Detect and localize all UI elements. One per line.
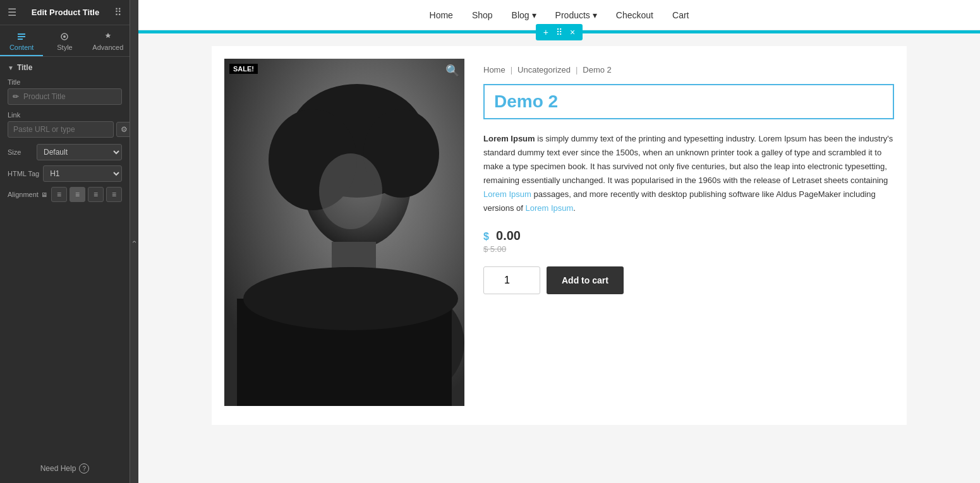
- breadcrumb-current: Demo 2: [583, 65, 612, 75]
- product-image-area: SALE! 🔍: [224, 59, 464, 412]
- align-right-button[interactable]: ≡: [88, 187, 104, 202]
- title-field-group: Title ✏: [8, 78, 122, 105]
- breadcrumb-sep-2: |: [576, 65, 578, 75]
- tab-content[interactable]: Content: [0, 25, 43, 56]
- product-image: [224, 59, 464, 406]
- html-tag-field-row: HTML Tag H1: [8, 165, 122, 182]
- add-to-cart-row: Add to cart: [483, 266, 894, 294]
- blog-dropdown-icon: ▾: [532, 10, 536, 20]
- sidebar-header: ☰ Edit Product Title ⠿: [0, 0, 130, 25]
- sidebar-title: Edit Product Title: [32, 8, 99, 17]
- price-value: 0.00: [496, 229, 521, 242]
- nav-blog[interactable]: Blog ▾: [512, 10, 536, 20]
- product-title: Demo 2: [494, 92, 883, 112]
- zoom-icon[interactable]: 🔍: [445, 64, 459, 78]
- add-to-cart-button[interactable]: Add to cart: [547, 266, 624, 294]
- size-label: Size: [8, 148, 33, 156]
- collapse-toggle[interactable]: ‹: [130, 0, 138, 483]
- size-field-row: Size Default: [8, 144, 122, 160]
- align-center-button[interactable]: ≡: [70, 187, 85, 202]
- product-details: Home | Uncategorized | Demo 2 Demo 2 Lor…: [483, 59, 894, 412]
- sale-badge: SALE!: [229, 64, 258, 74]
- breadcrumb-home[interactable]: Home: [483, 65, 505, 75]
- hamburger-icon[interactable]: ☰: [8, 6, 16, 18]
- product-image-svg: [224, 59, 464, 406]
- price-area: $ 0.00 $ 5.00: [483, 229, 894, 254]
- nav-home[interactable]: Home: [430, 10, 453, 20]
- link-field-group: Link ⚙ ✕: [8, 111, 122, 138]
- main-content: Home Shop Blog ▾ Products ▾ Checkout Car…: [138, 0, 980, 483]
- product-title-box: Demo 2: [483, 84, 894, 119]
- breadcrumb-sep-1: |: [511, 65, 512, 75]
- toolbar-add-button[interactable]: +: [541, 26, 551, 39]
- toolbar-controls: + ⠿ ×: [536, 24, 583, 40]
- svg-rect-2: [18, 39, 23, 40]
- cyan-toolbar: + ⠿ ×: [138, 30, 980, 33]
- align-left-button[interactable]: ≡: [51, 187, 67, 202]
- price-currency: $: [483, 231, 489, 242]
- breadcrumb: Home | Uncategorized | Demo 2: [483, 65, 894, 75]
- sidebar-tabs: Content Style Advanced: [0, 25, 130, 57]
- breadcrumb-category[interactable]: Uncategorized: [517, 65, 571, 75]
- help-icon[interactable]: ?: [79, 463, 89, 474]
- section-title-label: ▼ Title: [8, 63, 122, 72]
- size-select[interactable]: Default: [37, 144, 122, 160]
- nav-products[interactable]: Products ▾: [555, 10, 597, 20]
- nav-checkout[interactable]: Checkout: [616, 10, 653, 20]
- html-tag-select[interactable]: H1: [43, 165, 122, 182]
- price-current: $ 0.00: [483, 229, 894, 243]
- nav-shop[interactable]: Shop: [472, 10, 493, 20]
- tab-advanced[interactable]: Advanced: [87, 25, 130, 56]
- html-tag-label: HTML Tag: [8, 170, 39, 177]
- tab-style[interactable]: Style: [43, 25, 86, 56]
- svg-rect-1: [18, 36, 25, 37]
- title-section: ▼ Title Title ✏ Link ⚙ ✕ Size Default: [0, 57, 130, 208]
- title-label: Title: [8, 78, 122, 86]
- svg-point-10: [319, 153, 382, 229]
- page-area: SALE! 🔍: [138, 33, 980, 483]
- sidebar: ☰ Edit Product Title ⠿ Content Style Adv…: [0, 0, 130, 483]
- grid-icon[interactable]: ⠿: [114, 6, 122, 18]
- nav-cart[interactable]: Cart: [672, 10, 689, 20]
- toolbar-grid-button[interactable]: ⠿: [554, 26, 565, 39]
- link-label: Link: [8, 111, 122, 119]
- toolbar-close-button[interactable]: ×: [567, 26, 578, 39]
- alignment-field-row: Alignment 🖥 ≡ ≡ ≡ ≡: [8, 187, 122, 202]
- svg-point-4: [63, 35, 66, 38]
- products-dropdown-icon: ▾: [593, 10, 597, 20]
- product-layout: SALE! 🔍: [212, 46, 907, 425]
- price-original: $ 5.00: [483, 244, 894, 254]
- svg-rect-0: [18, 33, 25, 35]
- align-justify-button[interactable]: ≡: [106, 187, 122, 202]
- link-input[interactable]: [8, 121, 114, 138]
- need-help-section: Need Help ?: [0, 454, 130, 483]
- quantity-input[interactable]: [483, 266, 540, 294]
- svg-point-14: [243, 267, 458, 330]
- product-description: Lorem Ipsum is simply dummy text of the …: [483, 132, 894, 216]
- alignment-label: Alignment: [8, 191, 36, 198]
- title-input[interactable]: [8, 88, 122, 105]
